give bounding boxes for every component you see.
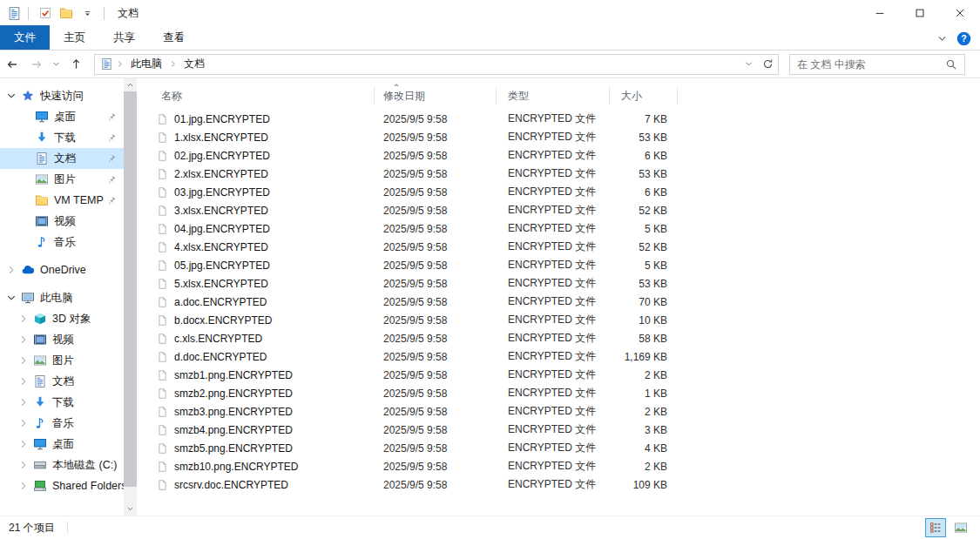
refresh-button[interactable] <box>757 55 778 74</box>
file-row[interactable]: smzb3.png.ENCRYPTED2025/9/5 9:58ENCRYPTE… <box>148 402 980 421</box>
sidebar-item-pc-local-disk-c[interactable]: 本地磁盘 (C:) <box>0 455 124 475</box>
sidebar-item-qa-pictures[interactable]: 图片 <box>0 169 124 190</box>
file-icon <box>157 313 168 327</box>
customize-toolbar-button[interactable] <box>77 3 98 24</box>
file-row[interactable]: 03.jpg.ENCRYPTED2025/9/5 9:58ENCRYPTED 文… <box>148 183 980 201</box>
column-header-name[interactable]: 名称 <box>148 87 375 104</box>
file-name: smzb10.png.ENCRYPTED <box>174 461 299 473</box>
sidebar-item-pc-shared-folders[interactable]: Shared Folders <box>0 475 124 496</box>
column-header-size[interactable]: 大小 <box>610 87 678 104</box>
tab-share[interactable]: 共享 <box>99 25 149 50</box>
sidebar-item-pc-documents[interactable]: 文档 <box>0 371 124 392</box>
expand-ribbon-button[interactable] <box>936 33 948 44</box>
file-row[interactable]: c.xls.ENCRYPTED2025/9/5 9:58ENCRYPTED 文件… <box>148 329 980 347</box>
file-name-cell: smzb1.png.ENCRYPTED <box>148 368 375 382</box>
file-row[interactable]: 04.jpg.ENCRYPTED2025/9/5 9:58ENCRYPTED 文… <box>148 219 980 238</box>
chevron-right-icon <box>17 396 30 408</box>
thumbnails-view-button[interactable] <box>950 518 971 537</box>
tab-view[interactable]: 查看 <box>149 25 199 50</box>
sidebar-item-pc-pictures[interactable]: 图片 <box>0 350 124 371</box>
file-row[interactable]: 05.jpg.ENCRYPTED2025/9/5 9:58ENCRYPTED 文… <box>148 256 980 274</box>
file-name: b.docx.ENCRYPTED <box>174 314 272 327</box>
file-row[interactable]: 01.jpg.ENCRYPTED2025/9/5 9:58ENCRYPTED 文… <box>148 110 980 128</box>
file-row[interactable]: b.docx.ENCRYPTED2025/9/5 9:58ENCRYPTED 文… <box>148 311 980 329</box>
file-row[interactable]: 5.xlsx.ENCRYPTED2025/9/5 9:58ENCRYPTED 文… <box>148 274 980 293</box>
sidebar-item-pc-music[interactable]: 音乐 <box>0 413 124 434</box>
sidebar-item-label: 文档 <box>54 152 106 166</box>
sidebar-item-this-pc[interactable]: 此电脑 <box>0 287 124 308</box>
search-input[interactable] <box>790 58 945 71</box>
scroll-up-button[interactable] <box>124 78 137 91</box>
help-button[interactable]: ? <box>956 31 971 46</box>
maximize-icon <box>914 7 926 19</box>
file-row[interactable]: smzb2.png.ENCRYPTED2025/9/5 9:58ENCRYPTE… <box>148 384 980 402</box>
sidebar-item-qa-downloads[interactable]: 下载 <box>0 127 124 148</box>
sidebar-item-qa-documents[interactable]: 文档 <box>0 148 124 169</box>
file-date-modified: 2025/9/5 9:58 <box>375 113 497 125</box>
up-button[interactable] <box>63 52 89 77</box>
address-bar[interactable]: 此电脑 文档 <box>94 54 779 75</box>
desktop-icon <box>35 110 49 124</box>
separator <box>28 7 29 20</box>
sidebar-item-qa-desktop[interactable]: 桌面 <box>0 106 124 127</box>
forward-button[interactable] <box>24 52 49 77</box>
file-name: 01.jpg.ENCRYPTED <box>174 113 270 125</box>
file-row[interactable]: smzb5.png.ENCRYPTED2025/9/5 9:58ENCRYPTE… <box>148 439 980 457</box>
column-header-date-modified[interactable]: 修改日期 <box>375 87 497 104</box>
sidebar-item-label: 图片 <box>52 354 124 368</box>
column-headers: 名称 修改日期 类型 大小 <box>148 84 980 106</box>
details-view-button[interactable] <box>925 518 946 537</box>
minimize-icon <box>874 7 886 19</box>
sidebar-item-onedrive[interactable]: OneDrive <box>0 259 124 280</box>
file-row[interactable]: 1.xlsx.ENCRYPTED2025/9/5 9:58ENCRYPTED 文… <box>148 128 980 146</box>
tab-home[interactable]: 主页 <box>50 25 99 50</box>
file-type: ENCRYPTED 文件 <box>497 404 610 419</box>
scrollbar-thumb[interactable] <box>124 91 137 487</box>
recent-locations-button[interactable] <box>49 52 63 77</box>
scroll-down-button[interactable] <box>124 502 137 515</box>
sidebar-item-label: VM TEMP <box>54 194 106 206</box>
column-header-type[interactable]: 类型 <box>497 87 610 104</box>
file-row[interactable]: smzb4.png.ENCRYPTED2025/9/5 9:58ENCRYPTE… <box>148 421 980 439</box>
separator <box>104 7 105 20</box>
sidebar-item-quick-access[interactable]: 快速访问 <box>0 85 124 106</box>
breadcrumb-documents[interactable]: 文档 <box>179 57 209 71</box>
window-controls <box>860 0 980 26</box>
file-icon <box>157 240 168 254</box>
file-name: c.xls.ENCRYPTED <box>174 333 262 345</box>
maximize-button[interactable] <box>900 0 940 26</box>
file-icon <box>157 405 168 419</box>
breadcrumb-this-pc[interactable]: 此电脑 <box>126 57 166 71</box>
sidebar-item-qa-vm-temp[interactable]: VM TEMP <box>0 190 124 211</box>
file-size: 109 KB <box>610 479 678 491</box>
minimize-button[interactable] <box>860 0 900 26</box>
file-row[interactable]: smzb10.png.ENCRYPTED2025/9/5 9:58ENCRYPT… <box>148 457 980 475</box>
file-date-modified: 2025/9/5 9:58 <box>375 186 497 199</box>
sidebar-item-pc-desktop[interactable]: 桌面 <box>0 434 124 455</box>
close-button[interactable] <box>940 0 980 26</box>
address-dropdown-button[interactable] <box>740 55 757 74</box>
file-row[interactable]: 4.xlsx.ENCRYPTED2025/9/5 9:58ENCRYPTED 文… <box>148 238 980 256</box>
sidebar-item-pc-videos[interactable]: 视频 <box>0 329 124 350</box>
file-type: ENCRYPTED 文件 <box>497 294 610 309</box>
file-row[interactable]: smzb1.png.ENCRYPTED2025/9/5 9:58ENCRYPTE… <box>148 366 980 384</box>
sidebar-scrollbar[interactable] <box>124 78 137 515</box>
navigation-pane: 快速访问桌面下载文档图片VM TEMP视频音乐OneDrive此电脑3D 对象视… <box>0 78 124 515</box>
new-folder-button[interactable] <box>56 3 77 24</box>
file-row[interactable]: a.doc.ENCRYPTED2025/9/5 9:58ENCRYPTED 文件… <box>148 293 980 311</box>
file-row[interactable]: 2.xlsx.ENCRYPTED2025/9/5 9:58ENCRYPTED 文… <box>148 165 980 183</box>
sidebar-item-pc-3d-objects[interactable]: 3D 对象 <box>0 308 124 329</box>
sidebar-item-qa-videos[interactable]: 视频 <box>0 211 124 232</box>
sidebar-item-qa-music[interactable]: 音乐 <box>0 232 124 253</box>
file-icon <box>157 460 168 474</box>
tab-file[interactable]: 文件 <box>0 25 50 50</box>
file-row[interactable]: srcsrv.doc.ENCRYPTED2025/9/5 9:58ENCRYPT… <box>148 475 980 494</box>
properties-button[interactable] <box>35 3 56 24</box>
back-button[interactable] <box>0 52 24 77</box>
file-row[interactable]: 3.xlsx.ENCRYPTED2025/9/5 9:58ENCRYPTED 文… <box>148 201 980 219</box>
items-count: 21 个项目 <box>0 521 55 536</box>
file-row[interactable]: d.doc.ENCRYPTED2025/9/5 9:58ENCRYPTED 文件… <box>148 347 980 366</box>
view-toggles <box>925 518 971 537</box>
sidebar-item-pc-downloads[interactable]: 下载 <box>0 392 124 413</box>
file-row[interactable]: 02.jpg.ENCRYPTED2025/9/5 9:58ENCRYPTED 文… <box>148 146 980 165</box>
